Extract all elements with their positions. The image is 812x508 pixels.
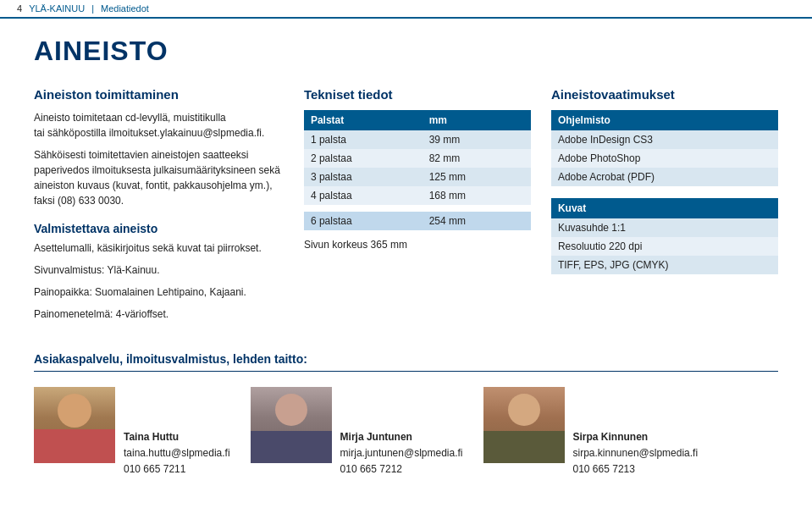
list-item: Kuvasuhde 1:1 — [551, 218, 778, 237]
avatar — [34, 387, 115, 463]
breadcrumb1: YLÄ-KAINUU — [29, 3, 85, 14]
sub-section-heading: Valmistettava aineisto — [34, 222, 284, 235]
list-item: Resoluutio 220 dpi — [551, 237, 778, 256]
software-header: Ohjelmisto — [551, 110, 778, 130]
separator: | — [91, 3, 94, 14]
mm-cell: 125 mm — [423, 168, 531, 186]
sub-para3: Painopaikka: Suomalainen Lehtipaino, Kaj… — [34, 284, 284, 300]
left-para2: Sähköisesti toimitettavien aineistojen s… — [34, 147, 284, 208]
left-column: Aineiston toimittaminen Aineisto toimite… — [34, 87, 284, 329]
middle-section-heading: Tekniset tiedot — [304, 87, 531, 102]
sub-para1: Asettelumalli, käsikirjoitus sekä kuvat … — [34, 240, 284, 256]
images-header: Kuvat — [551, 198, 778, 218]
contact-email: mirja.juntunen@slpmedia.fi — [340, 445, 463, 461]
software-item: Adobe InDesign CS3 — [551, 130, 778, 149]
breadcrumb2: Mediatiedot — [101, 3, 149, 14]
left-section-heading: Aineiston toimittaminen — [34, 87, 284, 102]
contact-card: Mirja Juntunen mirja.juntunen@slpmedia.f… — [251, 387, 463, 478]
table-row: 2 palstaa 82 mm — [304, 149, 531, 168]
contact-name: Taina Huttu — [124, 429, 230, 445]
contact-card: Sirpa Kinnunen sirpa.kinnunen@slpmedia.f… — [483, 387, 699, 478]
palstat-cell: 4 palstaa — [304, 186, 423, 205]
mm-cell: 39 mm — [423, 130, 531, 149]
tekniset-table: Palstat mm 1 palsta 39 mm 2 palstaa 82 m… — [304, 110, 531, 230]
sub-para4: Painomenetelmä: 4-värioffset. — [34, 306, 284, 322]
contacts-row: Taina Huttu taina.huttu@slpmedia.fi 010 … — [34, 387, 778, 478]
palstat-cell: 6 palstaa — [304, 212, 423, 230]
contact-email: sirpa.kinnunen@slpmedia.fi — [573, 445, 699, 461]
middle-column: Tekniset tiedot Palstat mm 1 palsta 39 m… — [304, 87, 531, 251]
sivun-korkeus: Sivun korkeus 365 mm — [304, 239, 531, 251]
images-table: Kuvat Kuvasuhde 1:1Resoluutio 220 dpiTIF… — [551, 198, 778, 274]
contact-info: Taina Huttu taina.huttu@slpmedia.fi 010 … — [124, 387, 230, 478]
palstat-cell: 2 palstaa — [304, 149, 423, 168]
col2-header: mm — [423, 110, 531, 130]
bottom-section: Asiakaspalvelu, ilmoitusvalmistus, lehde… — [0, 352, 812, 478]
contact-info: Sirpa Kinnunen sirpa.kinnunen@slpmedia.f… — [573, 387, 699, 478]
mm-cell: 168 mm — [423, 186, 531, 205]
palstat-cell: 3 palstaa — [304, 168, 423, 186]
table-row: 1 palsta 39 mm — [304, 130, 531, 149]
contact-email: taina.huttu@slpmedia.fi — [124, 445, 230, 461]
mm-cell: 82 mm — [423, 149, 531, 168]
bottom-label: Asiakaspalvelu, ilmoitusvalmistus, lehde… — [34, 352, 778, 372]
sub-para2: Sivunvalmistus: Ylä-Kainuu. — [34, 262, 284, 278]
table-row: 4 palstaa 168 mm — [304, 186, 531, 205]
software-item: Adobe Acrobat (PDF) — [551, 168, 778, 186]
contact-phone: 010 665 7213 — [573, 461, 699, 478]
contact-phone: 010 665 7212 — [340, 461, 463, 478]
avatar — [483, 387, 565, 463]
palstat-cell: 1 palsta — [304, 130, 423, 149]
contact-card: Taina Huttu taina.huttu@slpmedia.fi 010 … — [34, 387, 230, 478]
images-item: TIFF, EPS, JPG (CMYK) — [551, 256, 778, 274]
left-para1: Aineisto toimitetaan cd-levyllä, muistit… — [34, 110, 284, 141]
list-item: Adobe PhotoShop — [551, 149, 778, 168]
table-row: 6 palstaa 254 mm — [304, 212, 531, 230]
right-section-heading: Aineistovaatimukset — [551, 87, 778, 102]
contact-phone: 010 665 7211 — [124, 461, 230, 478]
contact-name: Mirja Juntunen — [340, 429, 463, 445]
images-item: Resoluutio 220 dpi — [551, 237, 778, 256]
images-item: Kuvasuhde 1:1 — [551, 218, 778, 237]
page-title: AINEISTO — [34, 36, 778, 67]
contact-name: Sirpa Kinnunen — [573, 429, 699, 445]
mm-cell: 254 mm — [423, 212, 531, 230]
top-bar: 4 YLÄ-KAINUU | Mediatiedot — [0, 0, 812, 19]
software-table: Ohjelmisto Adobe InDesign CS3Adobe Photo… — [551, 110, 778, 186]
software-item: Adobe PhotoShop — [551, 149, 778, 168]
list-item: Adobe InDesign CS3 — [551, 130, 778, 149]
table-row: 3 palstaa 125 mm — [304, 168, 531, 186]
columns-layout: Aineiston toimittaminen Aineisto toimite… — [34, 87, 778, 329]
list-item: TIFF, EPS, JPG (CMYK) — [551, 256, 778, 274]
page-number: 4 — [17, 3, 22, 14]
list-item: Adobe Acrobat (PDF) — [551, 168, 778, 186]
right-column: Aineistovaatimukset Ohjelmisto Adobe InD… — [551, 87, 778, 286]
avatar — [251, 387, 332, 463]
main-content: AINEISTO Aineiston toimittaminen Aineist… — [0, 19, 812, 329]
col1-header: Palstat — [304, 110, 423, 130]
contact-info: Mirja Juntunen mirja.juntunen@slpmedia.f… — [340, 387, 463, 478]
